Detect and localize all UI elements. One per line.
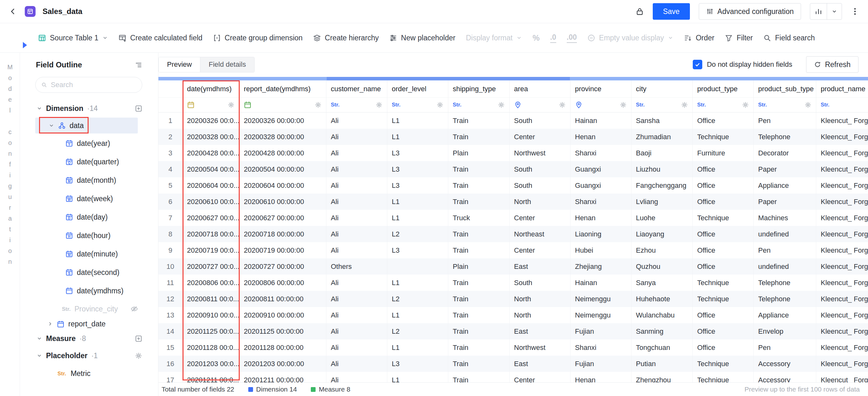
column-header-10[interactable]: product_nameStr. — [816, 80, 868, 112]
search-input[interactable] — [51, 81, 136, 89]
table-row: 320200428 00:0...20200428 00:00:00AliL3P… — [158, 145, 868, 161]
dimension-section-header[interactable]: Dimension ·14 — [35, 100, 142, 117]
calendar-icon: W — [65, 195, 73, 202]
gear-icon[interactable] — [228, 102, 235, 108]
column-header-0[interactable]: date(ymdhms) — [183, 80, 239, 112]
column-header-3[interactable]: order_levelStr. — [387, 80, 448, 112]
decrease-decimal-button: .0 — [550, 33, 556, 43]
create-calculated-field-button[interactable]: Create calculated field — [118, 34, 203, 42]
column-header-9[interactable]: product_sub_typeStr. — [754, 80, 816, 112]
field-date-ymdhms-[interactable]: date(ymdhms) — [35, 282, 142, 300]
tab-field-details[interactable]: Field details — [200, 57, 254, 72]
pin-icon — [514, 101, 522, 109]
svg-text:D: D — [68, 216, 70, 220]
placeholder-section-header[interactable]: Placeholder ·1 — [35, 347, 142, 364]
field-date-minute-[interactable]: Mdate(minute) — [35, 245, 142, 263]
field-search-box[interactable] — [35, 77, 142, 93]
source-table-selector[interactable]: Source Table 1 — [38, 34, 108, 42]
adjust-icon — [389, 34, 397, 42]
column-header-8[interactable]: product_typeStr. — [693, 80, 754, 112]
add-field-icon[interactable] — [135, 335, 142, 342]
str-icon: Str. — [758, 102, 767, 108]
calendar-icon: S — [65, 268, 73, 276]
layers-icon — [313, 34, 321, 42]
new-placeholder-button[interactable]: New placeholder — [389, 34, 455, 42]
str-icon: Str. — [636, 102, 645, 108]
scrollbar-thumb[interactable] — [327, 77, 570, 80]
gear-icon[interactable] — [437, 102, 443, 108]
date-field-list: Ydate(year)Qdate(quarter)Mdate(month)Wda… — [35, 134, 142, 300]
table-row: 1720201211 00:0...20201211 00:00:00AliL1… — [158, 372, 868, 382]
field-date-year-[interactable]: Ydate(year) — [35, 134, 142, 152]
str-icon: Str. — [697, 102, 706, 108]
chevron-down-icon — [516, 35, 522, 41]
field-metric[interactable]: Str. Metric — [35, 364, 142, 383]
field-group-data[interactable]: data — [35, 118, 138, 134]
field-search-button[interactable]: Field search — [763, 34, 815, 42]
gear-icon[interactable] — [315, 102, 321, 108]
svg-text:S: S — [68, 272, 70, 275]
calendar-icon: Y — [65, 140, 73, 147]
horizontal-scrollbar[interactable] — [158, 77, 868, 80]
advanced-configuration-button[interactable]: Advanced configuration — [699, 3, 801, 20]
svg-text:M: M — [68, 179, 71, 183]
table-row: 120200326 00:0...20200326 00:00:00AliL1T… — [158, 113, 868, 129]
string-type-icon: Str. — [58, 371, 66, 376]
filter-button[interactable]: Filter — [725, 34, 753, 42]
gear-icon[interactable] — [681, 102, 688, 108]
field-date-quarter-[interactable]: Qdate(quarter) — [35, 152, 142, 171]
field-date-week-[interactable]: Wdate(week) — [35, 190, 142, 208]
tab-preview[interactable]: Preview — [159, 57, 200, 72]
funnel-icon — [725, 34, 733, 42]
hidden-fields-checkbox[interactable] — [693, 60, 702, 69]
table-row: 220200328 00:0...20200328 00:00:00AliL1T… — [158, 129, 868, 145]
more-menu-button[interactable] — [851, 7, 859, 16]
chevron-down-icon — [36, 106, 42, 111]
create-group-dimension-button[interactable]: Create group dimension — [213, 34, 303, 42]
field-group-report-date[interactable]: report_date — [35, 318, 142, 330]
gear-icon[interactable] — [498, 102, 505, 108]
column-header-1[interactable]: report_date(ymdhms) — [239, 80, 327, 112]
lock-icon[interactable] — [636, 7, 644, 16]
str-icon: Str. — [453, 102, 461, 108]
field-date-hour-[interactable]: Hdate(hour) — [35, 226, 142, 245]
refresh-button[interactable]: Refresh — [806, 56, 859, 73]
save-button[interactable]: Save — [653, 3, 689, 20]
panel-expand-handle[interactable] — [23, 42, 27, 48]
column-header-4[interactable]: shipping_typeStr. — [448, 80, 509, 112]
calendar-icon — [57, 320, 64, 328]
create-hierarchy-button[interactable]: Create hierarchy — [313, 34, 379, 42]
field-province-city[interactable]: Str. Province_city — [35, 300, 142, 318]
table-icon — [38, 34, 46, 42]
outline-collapse-icon[interactable] — [135, 61, 142, 69]
calendar-icon: M — [65, 176, 73, 184]
gear-icon[interactable] — [620, 102, 627, 108]
gear-icon[interactable] — [376, 102, 382, 108]
column-header-6[interactable]: province — [570, 80, 631, 112]
gear-icon[interactable] — [742, 102, 749, 108]
field-date-month-[interactable]: Mdate(month) — [35, 171, 142, 190]
field-date-second-[interactable]: Sdate(second) — [35, 263, 142, 282]
chart-icon[interactable] — [810, 3, 827, 19]
add-field-icon[interactable] — [135, 105, 142, 112]
chart-type-button[interactable] — [810, 3, 842, 20]
hidden-fields-checkbox-label: Do not display hidden fields — [707, 60, 792, 69]
field-tree: Dimension ·14 data Ydate(year)Qdate(quar… — [20, 100, 158, 383]
model-configuration-rail: Model configuration — [0, 53, 20, 396]
measure-section-header[interactable]: Measure ·8 — [35, 330, 142, 347]
chevron-down-icon[interactable] — [827, 3, 842, 19]
gear-icon[interactable] — [135, 352, 142, 360]
sliders-icon — [706, 8, 714, 15]
chevron-down-icon — [668, 35, 673, 41]
gear-icon[interactable] — [559, 102, 566, 108]
column-header-7[interactable]: cityStr. — [631, 80, 693, 112]
column-header-5[interactable]: area — [509, 80, 570, 112]
column-header-2[interactable]: customer_nameStr. — [327, 80, 387, 112]
eye-off-icon[interactable] — [130, 305, 138, 313]
str-icon: Str. — [331, 102, 339, 108]
gear-icon[interactable] — [805, 102, 811, 108]
back-button[interactable] — [9, 7, 17, 16]
field-date-day-[interactable]: Ddate(day) — [35, 208, 142, 226]
calendar-icon: Q — [65, 158, 73, 166]
order-button[interactable]: Order — [684, 34, 714, 42]
